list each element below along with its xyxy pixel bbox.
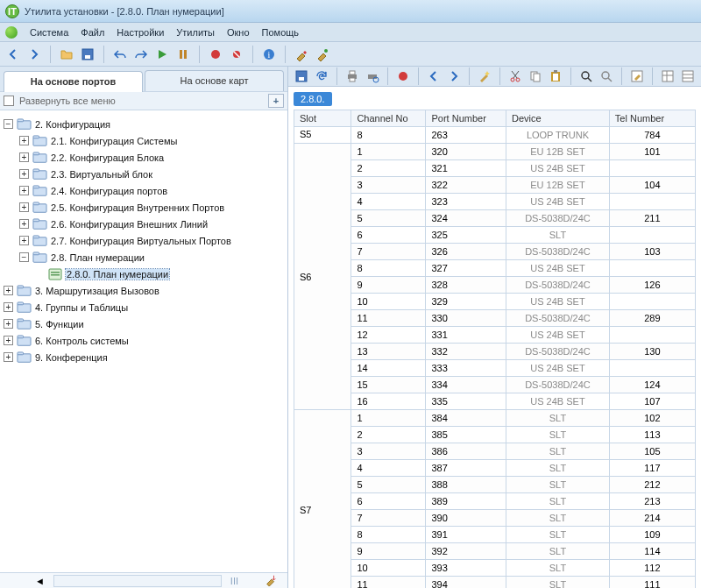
cell-slot[interactable]: S5 (294, 127, 351, 144)
table-row[interactable]: S58263LOOP TRUNK784 (294, 127, 696, 144)
table-row[interactable]: 2321US 24B SET (294, 160, 696, 177)
cell-port[interactable]: 327 (426, 260, 506, 277)
tree-item[interactable]: +2.1. Конфигурация Системы (4, 132, 284, 149)
cell-tel[interactable]: 130 (609, 344, 695, 360)
cell-device[interactable]: US 24B SET (506, 294, 610, 310)
cell-port[interactable]: 324 (426, 210, 506, 227)
cell-port[interactable]: 335 (426, 393, 506, 410)
cell-channel[interactable]: 8 (351, 127, 426, 144)
cut-icon[interactable] (506, 67, 525, 86)
table-row[interactable]: 4387SLT117 (294, 460, 696, 477)
cell-channel[interactable]: 16 (351, 393, 426, 410)
cell-port[interactable]: 332 (426, 344, 506, 360)
nav-prev-icon[interactable] (424, 67, 443, 86)
cell-device[interactable]: DS-5038D/24C (506, 344, 610, 360)
menu-window[interactable]: Окно (222, 25, 255, 39)
cell-tel[interactable] (609, 260, 695, 277)
tree-expander-icon[interactable]: + (19, 236, 29, 245)
tree-item[interactable]: +3. Маршрутизация Вызовов (4, 282, 284, 299)
tree-expander-icon[interactable]: + (19, 152, 29, 162)
cell-device[interactable]: DS-5038D/24C (506, 277, 610, 294)
tree-expander-icon[interactable]: + (19, 219, 29, 229)
print-icon[interactable] (343, 67, 362, 86)
record-icon[interactable] (393, 67, 413, 86)
table-row[interactable]: 5324DS-5038D/24C211 (294, 210, 696, 227)
table-row[interactable]: 13332DS-5038D/24C130 (294, 344, 696, 360)
table-row[interactable]: 7390SLT214 (294, 510, 696, 527)
cell-channel[interactable]: 1 (351, 144, 426, 160)
nav-next-icon[interactable] (444, 67, 464, 86)
tree-item[interactable]: +2.5. Конфигурация Внутренних Портов (4, 199, 284, 216)
cell-channel[interactable]: 11 (351, 310, 426, 327)
cell-tel[interactable]: 112 (609, 560, 695, 577)
cell-port[interactable]: 389 (426, 493, 506, 510)
cell-device[interactable]: SLT (506, 560, 610, 577)
save-icon[interactable] (78, 45, 97, 64)
paste-icon[interactable] (546, 67, 565, 86)
cell-device[interactable]: SLT (506, 227, 610, 244)
cell-channel[interactable]: 9 (351, 277, 426, 294)
cell-channel[interactable]: 5 (351, 210, 426, 227)
table-row[interactable]: 6325SLT (294, 227, 696, 244)
tree-expander-icon[interactable]: + (19, 186, 29, 195)
cell-channel[interactable]: 12 (351, 327, 426, 344)
cell-tel[interactable]: 109 (609, 527, 695, 543)
menu-utilities[interactable]: Утилиты (171, 25, 220, 39)
cell-device[interactable]: DS-5038D/24C (506, 310, 610, 327)
print-preview-icon[interactable] (363, 67, 382, 86)
table-row[interactable]: 4323US 24B SET (294, 194, 696, 210)
table-row[interactable]: 14333US 24B SET (294, 360, 696, 377)
tree-item[interactable]: +2.6. Конфигурация Внешних Линий (4, 216, 284, 232)
cell-channel[interactable]: 6 (351, 493, 426, 510)
tool-b-icon[interactable] (313, 45, 332, 64)
tab-ports[interactable]: На основе портов (4, 71, 143, 92)
table-row[interactable]: 3386SLT105 (294, 443, 696, 460)
cell-tel[interactable]: 126 (609, 277, 695, 294)
cell-tel[interactable]: 105 (609, 443, 695, 460)
cell-port[interactable]: 390 (426, 510, 506, 527)
table-row[interactable]: 16335US 24B SET107 (294, 393, 696, 410)
cell-tel[interactable] (609, 360, 695, 377)
sync-down-icon[interactable] (265, 574, 277, 588)
cell-tel[interactable] (609, 160, 695, 177)
tree-expander-icon[interactable]: + (19, 169, 29, 179)
cell-device[interactable]: EU 12B SET (506, 144, 610, 160)
table-row[interactable]: 10329US 24B SET (294, 294, 696, 310)
pause-icon[interactable] (173, 45, 193, 64)
cell-tel[interactable]: 102 (609, 410, 695, 427)
table-row[interactable]: 3322EU 12B SET104 (294, 177, 696, 194)
cell-port[interactable]: 392 (426, 543, 506, 560)
cell-tel[interactable]: 101 (609, 144, 695, 160)
table-row[interactable]: 15334DS-5038D/24C124 (294, 377, 696, 393)
grid-b-icon[interactable] (678, 67, 697, 86)
tree-item[interactable]: +4. Группы и Таблицы (4, 299, 284, 315)
play-icon[interactable] (152, 45, 172, 64)
cell-channel[interactable]: 4 (351, 194, 426, 210)
cell-port[interactable]: 321 (426, 160, 506, 177)
expand-all-plus-button[interactable]: + (268, 94, 284, 108)
wand-icon[interactable] (475, 67, 494, 86)
cell-tel[interactable]: 784 (609, 127, 695, 144)
col-device[interactable]: Device (506, 110, 610, 127)
cell-tel[interactable]: 114 (609, 543, 695, 560)
cell-tel[interactable] (609, 294, 695, 310)
tree-item[interactable]: +2.4. Конфигурация портов (4, 182, 284, 199)
cell-port[interactable]: 393 (426, 560, 506, 577)
cell-port[interactable]: 394 (426, 577, 506, 589)
cell-port[interactable]: 386 (426, 443, 506, 460)
table-row[interactable]: 5388SLT212 (294, 477, 696, 493)
table-row[interactable]: S61320EU 12B SET101 (294, 144, 696, 160)
expand-all-checkbox[interactable] (4, 96, 14, 106)
menu-settings[interactable]: Настройки (111, 25, 169, 39)
cell-channel[interactable]: 6 (351, 227, 426, 244)
forward-icon[interactable] (25, 45, 44, 64)
cell-port[interactable]: 384 (426, 410, 506, 427)
cell-tel[interactable]: 107 (609, 393, 695, 410)
cell-device[interactable]: SLT (506, 527, 610, 543)
cell-port[interactable]: 325 (426, 227, 506, 244)
cell-port[interactable]: 333 (426, 360, 506, 377)
edit-cell-icon[interactable] (627, 67, 647, 86)
cell-device[interactable]: EU 12B SET (506, 177, 610, 194)
cell-device[interactable]: US 24B SET (506, 360, 610, 377)
cell-channel[interactable]: 2 (351, 160, 426, 177)
